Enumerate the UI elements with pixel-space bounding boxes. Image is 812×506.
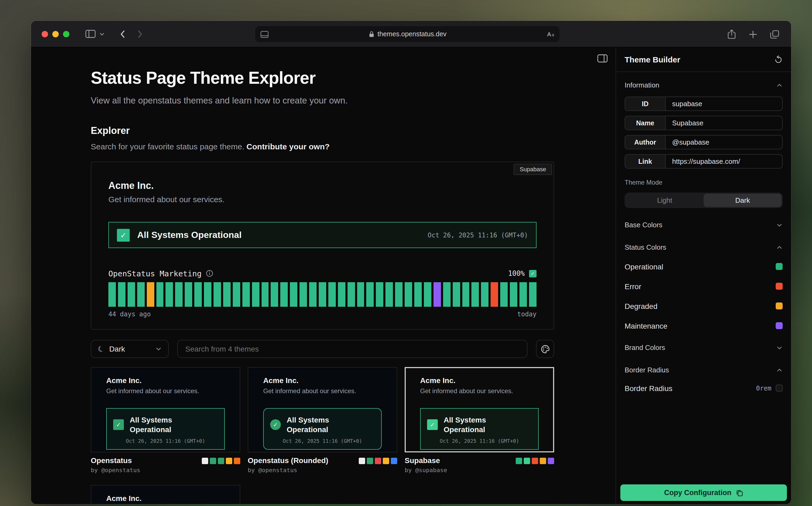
explorer-description: Search for your favorite status page the…	[91, 142, 244, 151]
theme-card-openstatus-rounded[interactable]: Acme Inc. Get informed about our service…	[248, 367, 397, 474]
contribute-link[interactable]: Contribute your own?	[246, 142, 330, 151]
theme-thumbnail: Acme Inc. Get informed about our service…	[91, 367, 240, 452]
share-icon[interactable]	[727, 29, 736, 39]
tab-overview-icon[interactable]	[770, 29, 780, 39]
field-name-input[interactable]	[666, 116, 782, 130]
palette-button[interactable]	[536, 340, 554, 358]
uptime-bar-operational[interactable]	[328, 282, 336, 307]
new-tab-icon[interactable]	[749, 30, 757, 38]
copy-configuration-button[interactable]: Copy Configuration	[620, 484, 787, 501]
color-swatch	[367, 458, 373, 464]
section-information[interactable]: Information	[624, 81, 783, 90]
section-base-colors[interactable]: Base Colors	[624, 221, 783, 229]
uptime-bar-operational[interactable]	[443, 282, 450, 307]
color-swatch	[524, 458, 530, 464]
uptime-bar-operational[interactable]	[357, 282, 364, 307]
uptime-bar-operational[interactable]	[223, 282, 231, 307]
uptime-bar-operational[interactable]	[309, 282, 316, 307]
copy-icon	[736, 489, 743, 496]
uptime-bar-operational[interactable]	[529, 282, 536, 307]
uptime-bar-operational[interactable]	[367, 282, 374, 307]
color-swatch	[375, 458, 381, 464]
theme-card-partial[interactable]: Acme Inc. Get informed about our service…	[91, 485, 240, 504]
page-settings-icon[interactable]	[261, 31, 269, 37]
uptime-bar-operational[interactable]	[472, 282, 479, 307]
uptime-bar-operational[interactable]	[233, 282, 240, 307]
back-button[interactable]	[120, 29, 126, 39]
theme-mode-dark-button[interactable]: Dark	[704, 194, 782, 207]
uptime-bar-operational[interactable]	[405, 282, 412, 307]
chevron-up-icon	[776, 367, 783, 373]
uptime-bar-error[interactable]	[491, 282, 498, 307]
uptime-bar-degraded[interactable]	[147, 282, 154, 307]
uptime-bar-operational[interactable]	[242, 282, 249, 307]
theme-mode-dropdown[interactable]: ☾ Dark	[91, 340, 169, 358]
field-author-input[interactable]	[666, 136, 782, 149]
uptime-bar-operational[interactable]	[395, 282, 402, 307]
border-radius-control[interactable]	[776, 385, 783, 392]
uptime-bar-operational[interactable]	[462, 282, 469, 307]
mini-company: Acme Inc.	[106, 494, 225, 503]
uptime-bar-operational[interactable]	[128, 282, 135, 307]
theme-card-openstatus[interactable]: Acme Inc. Get informed about our service…	[91, 367, 240, 474]
uptime-bar-operational[interactable]	[185, 282, 193, 307]
minimize-window-button[interactable]	[52, 31, 59, 37]
uptime-bar-operational[interactable]	[175, 282, 183, 307]
uptime-bar-operational[interactable]	[252, 282, 259, 307]
uptime-bar-operational[interactable]	[204, 282, 211, 307]
zoom-window-button[interactable]	[63, 31, 69, 37]
uptime-bar-operational[interactable]	[261, 282, 269, 307]
uptime-bar-operational[interactable]	[194, 282, 202, 307]
sidebar-chevron-down-icon[interactable]	[99, 31, 104, 36]
uptime-bar-maintenance[interactable]	[434, 282, 441, 307]
close-window-button[interactable]	[42, 31, 48, 37]
uptime-bar-operational[interactable]	[156, 282, 164, 307]
search-input[interactable]	[177, 340, 527, 358]
uptime-bar-operational[interactable]	[338, 282, 346, 307]
reset-icon[interactable]	[774, 55, 783, 64]
operational-color-picker[interactable]	[776, 263, 783, 270]
theme-name: Openstatus (Rounded)	[248, 457, 328, 465]
uptime-bar-operational[interactable]	[214, 282, 221, 307]
maintenance-color-picker[interactable]	[776, 322, 783, 329]
uptime-bar-operational[interactable]	[500, 282, 508, 307]
section-status-colors[interactable]: Status Colors	[624, 243, 783, 252]
error-color-picker[interactable]	[776, 283, 783, 290]
uptime-bar-operational[interactable]	[271, 282, 278, 307]
uptime-bar-operational[interactable]	[519, 282, 527, 307]
field-name: Name	[624, 116, 783, 130]
uptime-bar-operational[interactable]	[347, 282, 355, 307]
uptime-bar-operational[interactable]	[376, 282, 384, 307]
chevron-down-icon	[155, 346, 162, 352]
uptime-bar-operational[interactable]	[290, 282, 297, 307]
uptime-bar-operational[interactable]	[424, 282, 431, 307]
uptime-bar-operational[interactable]	[510, 282, 517, 307]
section-brand-colors[interactable]: Brand Colors	[624, 344, 783, 352]
uptime-bar-operational[interactable]	[481, 282, 489, 307]
uptime-bar-operational[interactable]	[299, 282, 307, 307]
uptime-bar-operational[interactable]	[414, 282, 422, 307]
section-border-radius[interactable]: Border Radius	[624, 366, 783, 374]
field-id-input[interactable]	[666, 97, 782, 110]
builder-panel-toggle-icon[interactable]	[597, 55, 607, 63]
translate-icon[interactable]: Aa	[547, 31, 554, 37]
mini-company-description: Get informed about our services.	[263, 387, 382, 395]
color-swatch	[202, 458, 208, 464]
sidebar-toggle-icon[interactable]	[85, 30, 95, 38]
base-colors-label: Base Colors	[624, 221, 663, 229]
forward-button[interactable]	[137, 29, 143, 39]
uptime-bar-operational[interactable]	[319, 282, 326, 307]
uptime-bar-operational[interactable]	[108, 282, 116, 307]
uptime-bar-operational[interactable]	[452, 282, 460, 307]
uptime-bar-operational[interactable]	[137, 282, 144, 307]
uptime-bar-operational[interactable]	[118, 282, 126, 307]
uptime-bar-operational[interactable]	[281, 282, 288, 307]
degraded-color-picker[interactable]	[776, 303, 783, 310]
address-bar[interactable]: themes.openstatus.dev Aa	[255, 26, 560, 42]
field-link-input[interactable]	[666, 155, 782, 168]
theme-card-supabase-selected[interactable]: Acme Inc. Get informed about our service…	[405, 367, 554, 474]
info-icon[interactable]	[206, 270, 213, 277]
theme-mode-light-button[interactable]: Light	[626, 194, 704, 207]
uptime-bar-operational[interactable]	[386, 282, 393, 307]
uptime-bar-operational[interactable]	[166, 282, 173, 307]
